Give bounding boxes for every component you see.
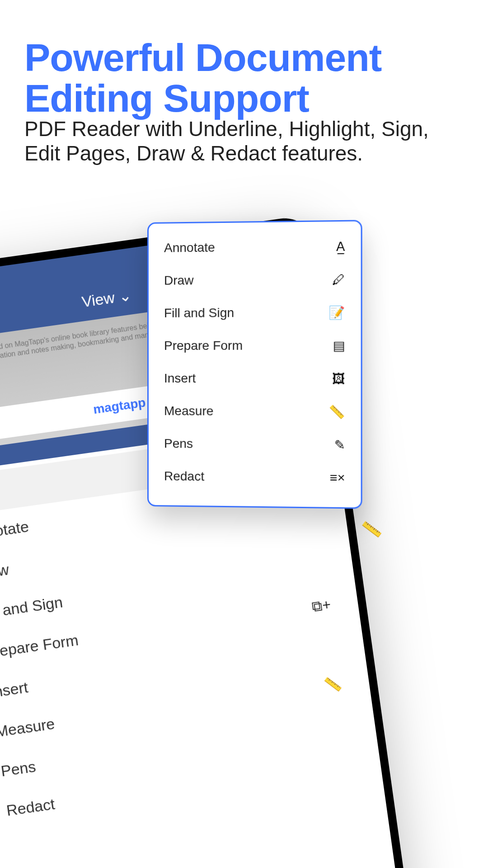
- popup-item-label: Insert: [164, 371, 332, 386]
- form-icon: ▤: [333, 338, 345, 354]
- popup-item-label: Pens: [164, 436, 334, 452]
- page-title: Powerful Document Editing Support: [24, 37, 464, 119]
- sign-icon: 📝: [328, 305, 345, 320]
- page-subtitle: PDF Reader with Underline, Highlight, Si…: [24, 117, 464, 166]
- popup-item-redact[interactable]: Redact ≡×: [149, 460, 361, 495]
- popup-item-label: Annotate: [164, 239, 336, 255]
- ruler-icon: 📏: [323, 675, 343, 694]
- redact-icon: ≡×: [330, 470, 345, 485]
- popup-item-label: Fill and Sign: [164, 305, 328, 321]
- image-plus-icon: 🖼: [332, 371, 345, 387]
- popup-item-label: Measure: [164, 404, 328, 419]
- popup-item-annotate[interactable]: Annotate A̲: [149, 230, 361, 264]
- popup-item-insert[interactable]: Insert 🖼: [149, 362, 361, 395]
- underline-a-icon: A̲: [336, 239, 345, 254]
- popup-item-pens[interactable]: Pens ✎: [149, 427, 361, 462]
- popup-item-measure[interactable]: Measure 📏: [149, 395, 361, 428]
- popup-item-label: Draw: [164, 272, 332, 288]
- appbar-title-text: View: [80, 289, 116, 311]
- image-plus-icon: ⧉+: [311, 596, 332, 615]
- popup-item-label: Prepare Form: [164, 338, 333, 353]
- shapes-icon: 🖊: [332, 272, 345, 287]
- popup-item-prepare-form[interactable]: Prepare Form ▤: [149, 329, 361, 362]
- popup-item-label: Redact: [164, 469, 330, 485]
- popup-item-fill-sign[interactable]: Fill and Sign 📝: [149, 296, 361, 330]
- ruler-icon: 📏: [360, 519, 383, 540]
- tools-popup: Annotate A̲ Draw 🖊 Fill and Sign 📝 Prepa…: [147, 220, 362, 509]
- ruler-icon: 📏: [328, 404, 345, 420]
- chevron-down-icon: ⌄: [117, 286, 132, 305]
- popup-item-draw[interactable]: Draw 🖊: [149, 263, 361, 297]
- pen-icon: ✎: [334, 437, 345, 453]
